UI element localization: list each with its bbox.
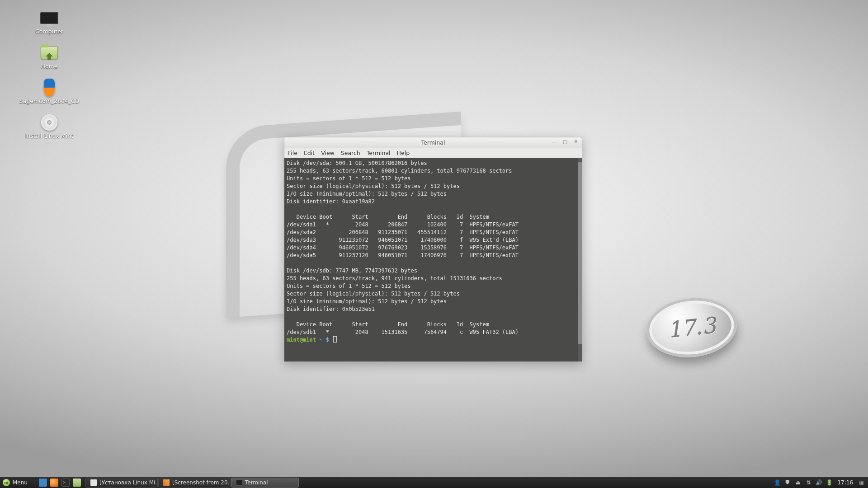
terminal-prompt-userhost: mint@mint	[287, 337, 316, 343]
terminal-line: Units = sectors of 1 * 512 = 512 bytes	[287, 283, 411, 289]
files-launcher-icon[interactable]	[73, 479, 81, 487]
window-titlebar[interactable]: Terminal — ▢ ✕	[284, 137, 582, 148]
desktop-icon-label: Sagemcom_2804_CD	[19, 98, 80, 104]
menu-help[interactable]: Help	[397, 150, 410, 156]
terminal-menubar: File Edit View Search Terminal Help	[284, 148, 582, 158]
task-label: Terminal	[245, 479, 268, 486]
terminal-line: I/O size (minimum/optimal): 512 bytes / …	[287, 298, 447, 305]
menu-edit[interactable]: Edit	[304, 150, 315, 156]
terminal-line: /dev/sdb1 * 2048 15131635 7564794 c W95 …	[287, 329, 519, 335]
cd-icon	[41, 114, 57, 131]
terminal-viewport[interactable]: Disk /dev/sda: 500.1 GB, 500107862016 by…	[284, 158, 582, 361]
ribbon-icon	[44, 79, 55, 97]
taskbar-task-list: [Установка Linux Mi… [Screenshot from 20…	[85, 477, 299, 488]
quick-launch: >_	[36, 477, 84, 488]
terminal-line: Disk identifier: 0x0b523e51	[287, 306, 375, 312]
system-tray: 👤 ⛊ ⏏ ⇅ 🔊 🔋 17:16 ▦	[770, 477, 868, 488]
workspace-switcher-icon[interactable]: ▦	[858, 479, 864, 486]
taskbar-task-terminal[interactable]: Terminal	[231, 478, 299, 488]
terminal-line: 255 heads, 63 sectors/track, 60801 cylin…	[287, 168, 512, 174]
start-menu-button[interactable]: m Menu	[0, 477, 32, 488]
terminal-cursor	[333, 336, 337, 343]
terminal-line: /dev/sda5 911237120 946051071 17406976 7…	[287, 252, 519, 258]
wallpaper-version-badge: 17.3	[666, 313, 717, 343]
terminal-line: Sector size (logical/physical): 512 byte…	[287, 183, 460, 189]
terminal-line: 255 heads, 63 sectors/track, 941 cylinde…	[287, 275, 502, 282]
terminal-line: /dev/sda1 * 2048 206847 102400 7 HPFS/NT…	[287, 221, 519, 228]
start-menu-label: Menu	[13, 479, 28, 486]
terminal-line: Disk identifier: 0xaaf19a82	[287, 198, 375, 205]
menu-search[interactable]: Search	[341, 150, 360, 156]
mint-logo-icon: m	[3, 479, 10, 486]
document-icon	[90, 479, 97, 486]
desktop-icon-computer[interactable]: Computer	[11, 10, 88, 35]
scrollbar-thumb[interactable]	[578, 162, 582, 344]
network-icon[interactable]: ⇅	[805, 479, 811, 486]
maximize-button[interactable]: ▢	[562, 139, 568, 145]
terminal-line: Disk /dev/sdb: 7747 MB, 7747397632 bytes	[287, 267, 417, 274]
battery-icon[interactable]: 🔋	[826, 479, 832, 486]
taskbar: m Menu >_ [Установка Linux Mi… [Screensh…	[0, 477, 868, 488]
terminal-window[interactable]: Terminal — ▢ ✕ File Edit View Search Ter…	[284, 137, 582, 362]
volume-icon[interactable]: 🔊	[816, 479, 822, 486]
taskbar-clock[interactable]: 17:16	[836, 479, 854, 486]
taskbar-separator	[34, 479, 34, 486]
update-manager-icon[interactable]: ⛊	[784, 479, 791, 486]
terminal-line: Sector size (logical/physical): 512 byte…	[287, 291, 460, 297]
removable-media-icon[interactable]: ⏏	[795, 479, 801, 486]
terminal-line: Device Boot Start End Blocks Id System	[287, 214, 489, 220]
terminal-line: /dev/sda4 946051072 976769023 15358976 7…	[287, 244, 519, 251]
menu-file[interactable]: File	[288, 150, 297, 156]
taskbar-task-installer[interactable]: [Установка Linux Mi…	[85, 478, 158, 488]
terminal-launcher-icon[interactable]: >_	[61, 479, 70, 487]
close-button[interactable]: ✕	[573, 139, 579, 145]
desktop-icon-label: Install Linux Mint	[25, 132, 73, 139]
show-desktop-icon[interactable]	[39, 479, 47, 487]
task-label: [Установка Linux Mi…	[99, 479, 158, 486]
terminal-prompt-path: ~ $	[319, 337, 329, 343]
home-folder-icon	[41, 47, 58, 59]
desktop-icon-label: Computer	[35, 28, 63, 35]
desktop-icon-label: Home	[41, 63, 58, 70]
terminal-scrollbar[interactable]	[578, 158, 582, 361]
menu-view[interactable]: View	[321, 150, 335, 156]
image-icon	[163, 479, 170, 486]
user-icon[interactable]: 👤	[774, 479, 780, 486]
terminal-line: /dev/sda3 911235072 946051071 17408000 f…	[287, 237, 519, 243]
desktop-icon-home[interactable]: Home	[11, 45, 88, 70]
terminal-line: Disk /dev/sda: 500.1 GB, 500107862016 by…	[287, 160, 427, 166]
firefox-icon[interactable]	[50, 479, 58, 487]
task-label: [Screenshot from 20…	[172, 479, 231, 486]
terminal-line: Units = sectors of 1 * 512 = 512 bytes	[287, 175, 411, 182]
taskbar-task-screenshot[interactable]: [Screenshot from 20…	[158, 478, 231, 488]
menu-terminal[interactable]: Terminal	[367, 150, 391, 156]
window-title: Terminal	[421, 139, 445, 146]
terminal-line: Device Boot Start End Blocks Id System	[287, 321, 489, 328]
terminal-line: I/O size (minimum/optimal): 512 bytes / …	[287, 191, 447, 197]
desktop-icon-sagemcom[interactable]: Sagemcom_2804_CD	[11, 80, 88, 104]
terminal-line: /dev/sda2 206848 911235071 455514112 7 H…	[287, 229, 519, 235]
minimize-button[interactable]: —	[551, 139, 557, 145]
computer-icon	[40, 12, 58, 24]
terminal-icon	[236, 479, 242, 486]
desktop-icon-install-mint[interactable]: Install Linux Mint	[11, 114, 88, 139]
